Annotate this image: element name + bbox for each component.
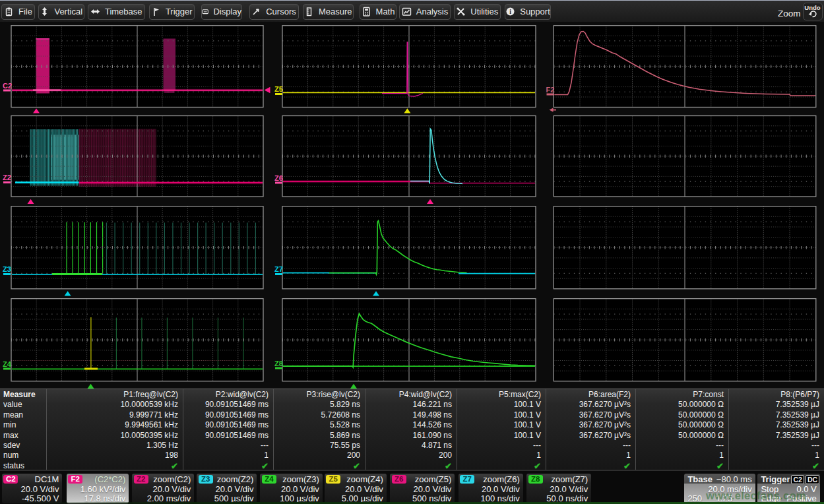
svg-text:Z8: Z8 [274, 360, 283, 367]
svg-text:i: i [509, 9, 511, 15]
svg-text:Z6: Z6 [274, 174, 283, 182]
svg-text:Z7: Z7 [274, 265, 283, 273]
svg-text:Z2: Z2 [3, 173, 11, 181]
svg-text:Z5: Z5 [274, 85, 283, 93]
svg-text:F2: F2 [546, 86, 555, 94]
svg-text:Z3: Z3 [3, 265, 11, 273]
svg-text:Z4: Z4 [3, 360, 12, 368]
svg-text:C2: C2 [3, 82, 12, 90]
